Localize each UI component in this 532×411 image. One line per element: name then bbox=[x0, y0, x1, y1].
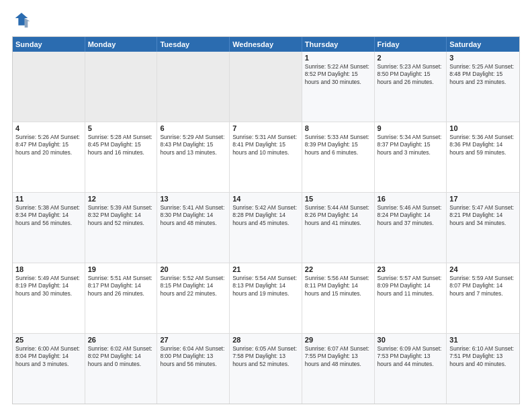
day-cell-28: 28Sunrise: 6:05 AM Sunset: 7:58 PM Dayli… bbox=[230, 334, 302, 404]
day-cell-29: 29Sunrise: 6:07 AM Sunset: 7:55 PM Dayli… bbox=[302, 334, 375, 404]
day-info: Sunrise: 5:57 AM Sunset: 8:09 PM Dayligh… bbox=[378, 275, 444, 298]
day-info: Sunrise: 5:33 AM Sunset: 8:39 PM Dayligh… bbox=[305, 134, 371, 156]
day-cell-empty bbox=[230, 52, 302, 122]
day-info: Sunrise: 6:09 AM Sunset: 7:53 PM Dayligh… bbox=[378, 345, 444, 368]
day-cell-empty bbox=[85, 52, 158, 122]
day-info: Sunrise: 5:29 AM Sunset: 8:43 PM Dayligh… bbox=[160, 134, 226, 156]
day-info: Sunrise: 6:07 AM Sunset: 7:55 PM Dayligh… bbox=[305, 345, 371, 368]
logo bbox=[12, 11, 34, 30]
day-info: Sunrise: 5:54 AM Sunset: 8:13 PM Dayligh… bbox=[232, 275, 299, 298]
day-cell-8: 8Sunrise: 5:33 AM Sunset: 8:39 PM Daylig… bbox=[302, 122, 375, 192]
day-info: Sunrise: 5:42 AM Sunset: 8:28 PM Dayligh… bbox=[232, 204, 299, 227]
day-header-thursday: Thursday bbox=[302, 37, 375, 52]
day-info: Sunrise: 5:51 AM Sunset: 8:17 PM Dayligh… bbox=[88, 275, 154, 298]
day-number: 11 bbox=[15, 195, 82, 203]
page: SundayMondayTuesdayWednesdayThursdayFrid… bbox=[0, 0, 532, 411]
day-number: 6 bbox=[160, 124, 226, 132]
day-number: 21 bbox=[232, 265, 299, 273]
day-info: Sunrise: 5:47 AM Sunset: 8:21 PM Dayligh… bbox=[449, 204, 517, 227]
day-cell-24: 24Sunrise: 5:59 AM Sunset: 8:07 PM Dayli… bbox=[447, 263, 519, 333]
day-info: Sunrise: 5:59 AM Sunset: 8:07 PM Dayligh… bbox=[449, 275, 517, 298]
day-number: 29 bbox=[305, 336, 371, 344]
day-number: 12 bbox=[88, 195, 154, 203]
day-cell-5: 5Sunrise: 5:28 AM Sunset: 8:45 PM Daylig… bbox=[85, 122, 158, 192]
day-cell-12: 12Sunrise: 5:39 AM Sunset: 8:32 PM Dayli… bbox=[85, 193, 158, 263]
day-number: 3 bbox=[449, 54, 517, 62]
day-header-friday: Friday bbox=[375, 37, 447, 52]
day-cell-3: 3Sunrise: 5:25 AM Sunset: 8:48 PM Daylig… bbox=[447, 52, 519, 122]
day-number: 13 bbox=[160, 195, 226, 203]
day-info: Sunrise: 6:10 AM Sunset: 7:51 PM Dayligh… bbox=[449, 345, 517, 368]
day-number: 14 bbox=[232, 195, 299, 203]
day-header-monday: Monday bbox=[85, 37, 158, 52]
day-info: Sunrise: 5:22 AM Sunset: 8:52 PM Dayligh… bbox=[305, 63, 371, 86]
day-cell-9: 9Sunrise: 5:34 AM Sunset: 8:37 PM Daylig… bbox=[375, 122, 447, 192]
day-cell-empty bbox=[157, 52, 230, 122]
day-cell-16: 16Sunrise: 5:46 AM Sunset: 8:24 PM Dayli… bbox=[375, 193, 447, 263]
day-info: Sunrise: 5:52 AM Sunset: 8:15 PM Dayligh… bbox=[160, 275, 226, 298]
day-info: Sunrise: 6:00 AM Sunset: 8:04 PM Dayligh… bbox=[15, 345, 82, 368]
day-number: 27 bbox=[160, 336, 226, 344]
calendar-week-3: 11Sunrise: 5:38 AM Sunset: 8:34 PM Dayli… bbox=[13, 193, 519, 263]
day-header-sunday: Sunday bbox=[13, 37, 85, 52]
day-info: Sunrise: 5:49 AM Sunset: 8:19 PM Dayligh… bbox=[15, 275, 82, 298]
day-number: 23 bbox=[378, 265, 444, 273]
day-info: Sunrise: 5:39 AM Sunset: 8:32 PM Dayligh… bbox=[88, 204, 154, 227]
day-number: 15 bbox=[305, 195, 371, 203]
day-info: Sunrise: 5:34 AM Sunset: 8:37 PM Dayligh… bbox=[378, 134, 444, 156]
calendar: SundayMondayTuesdayWednesdayThursdayFrid… bbox=[12, 36, 520, 404]
day-number: 30 bbox=[378, 336, 444, 344]
day-cell-empty bbox=[13, 52, 85, 122]
day-cell-7: 7Sunrise: 5:31 AM Sunset: 8:41 PM Daylig… bbox=[230, 122, 302, 192]
day-number: 2 bbox=[378, 54, 444, 62]
day-cell-4: 4Sunrise: 5:26 AM Sunset: 8:47 PM Daylig… bbox=[13, 122, 85, 192]
day-cell-10: 10Sunrise: 5:36 AM Sunset: 8:36 PM Dayli… bbox=[447, 122, 519, 192]
day-number: 10 bbox=[449, 124, 517, 132]
day-cell-26: 26Sunrise: 6:02 AM Sunset: 8:02 PM Dayli… bbox=[85, 334, 158, 404]
day-cell-20: 20Sunrise: 5:52 AM Sunset: 8:15 PM Dayli… bbox=[157, 263, 230, 333]
day-cell-18: 18Sunrise: 5:49 AM Sunset: 8:19 PM Dayli… bbox=[13, 263, 85, 333]
day-cell-6: 6Sunrise: 5:29 AM Sunset: 8:43 PM Daylig… bbox=[157, 122, 230, 192]
header bbox=[12, 11, 520, 30]
day-cell-25: 25Sunrise: 6:00 AM Sunset: 8:04 PM Dayli… bbox=[13, 334, 85, 404]
calendar-week-1: 1Sunrise: 5:22 AM Sunset: 8:52 PM Daylig… bbox=[13, 52, 519, 122]
day-cell-30: 30Sunrise: 6:09 AM Sunset: 7:53 PM Dayli… bbox=[375, 334, 447, 404]
day-info: Sunrise: 6:02 AM Sunset: 8:02 PM Dayligh… bbox=[88, 345, 154, 368]
day-number: 26 bbox=[88, 336, 154, 344]
day-cell-27: 27Sunrise: 6:04 AM Sunset: 8:00 PM Dayli… bbox=[157, 334, 230, 404]
day-number: 16 bbox=[378, 195, 444, 203]
day-cell-13: 13Sunrise: 5:41 AM Sunset: 8:30 PM Dayli… bbox=[157, 193, 230, 263]
day-info: Sunrise: 5:41 AM Sunset: 8:30 PM Dayligh… bbox=[160, 204, 226, 227]
day-number: 7 bbox=[232, 124, 299, 132]
day-info: Sunrise: 6:04 AM Sunset: 8:00 PM Dayligh… bbox=[160, 345, 226, 368]
day-number: 28 bbox=[232, 336, 299, 344]
day-number: 8 bbox=[305, 124, 371, 132]
day-cell-22: 22Sunrise: 5:56 AM Sunset: 8:11 PM Dayli… bbox=[302, 263, 375, 333]
calendar-week-2: 4Sunrise: 5:26 AM Sunset: 8:47 PM Daylig… bbox=[13, 122, 519, 193]
day-info: Sunrise: 5:46 AM Sunset: 8:24 PM Dayligh… bbox=[378, 204, 444, 227]
day-cell-21: 21Sunrise: 5:54 AM Sunset: 8:13 PM Dayli… bbox=[230, 263, 302, 333]
day-number: 4 bbox=[15, 124, 82, 132]
day-header-tuesday: Tuesday bbox=[157, 37, 230, 52]
day-number: 18 bbox=[15, 265, 82, 273]
calendar-body: 1Sunrise: 5:22 AM Sunset: 8:52 PM Daylig… bbox=[13, 52, 519, 404]
day-info: Sunrise: 5:25 AM Sunset: 8:48 PM Dayligh… bbox=[449, 63, 517, 86]
day-cell-15: 15Sunrise: 5:44 AM Sunset: 8:26 PM Dayli… bbox=[302, 193, 375, 263]
day-info: Sunrise: 5:36 AM Sunset: 8:36 PM Dayligh… bbox=[449, 134, 517, 156]
day-cell-23: 23Sunrise: 5:57 AM Sunset: 8:09 PM Dayli… bbox=[375, 263, 447, 333]
day-info: Sunrise: 5:38 AM Sunset: 8:34 PM Dayligh… bbox=[15, 204, 82, 227]
day-header-wednesday: Wednesday bbox=[230, 37, 302, 52]
calendar-header: SundayMondayTuesdayWednesdayThursdayFrid… bbox=[13, 37, 519, 52]
day-cell-19: 19Sunrise: 5:51 AM Sunset: 8:17 PM Dayli… bbox=[85, 263, 158, 333]
day-cell-31: 31Sunrise: 6:10 AM Sunset: 7:51 PM Dayli… bbox=[447, 334, 519, 404]
day-number: 24 bbox=[449, 265, 517, 273]
day-info: Sunrise: 5:26 AM Sunset: 8:47 PM Dayligh… bbox=[15, 134, 82, 156]
day-info: Sunrise: 5:56 AM Sunset: 8:11 PM Dayligh… bbox=[305, 275, 371, 298]
day-cell-1: 1Sunrise: 5:22 AM Sunset: 8:52 PM Daylig… bbox=[302, 52, 375, 122]
day-number: 25 bbox=[15, 336, 82, 344]
day-info: Sunrise: 6:05 AM Sunset: 7:58 PM Dayligh… bbox=[232, 345, 299, 368]
day-cell-14: 14Sunrise: 5:42 AM Sunset: 8:28 PM Dayli… bbox=[230, 193, 302, 263]
day-number: 19 bbox=[88, 265, 154, 273]
day-number: 5 bbox=[88, 124, 154, 132]
day-info: Sunrise: 5:31 AM Sunset: 8:41 PM Dayligh… bbox=[232, 134, 299, 156]
